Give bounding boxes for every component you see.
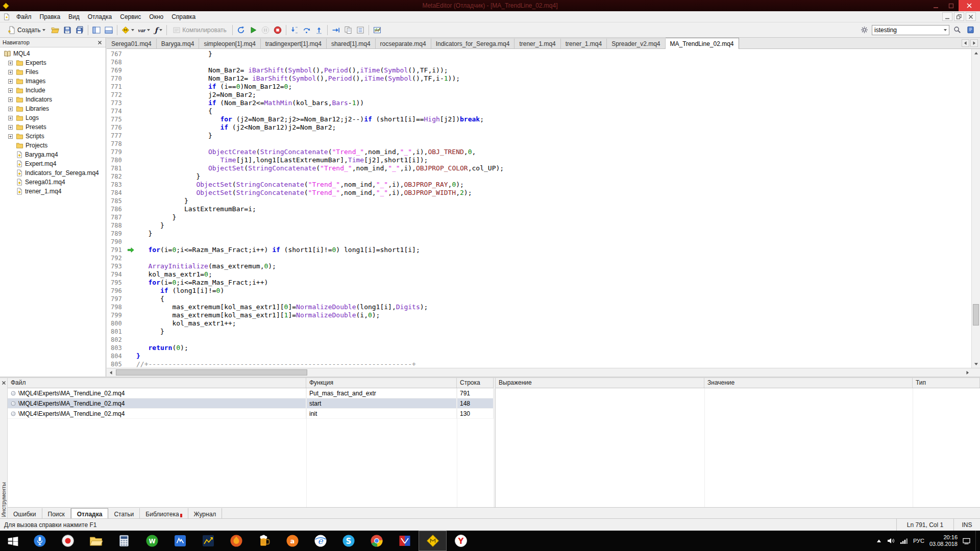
flame-app[interactable] — [222, 531, 250, 551]
voice-recorder-app[interactable] — [26, 531, 54, 551]
tree-item[interactable]: Projects — [0, 141, 106, 150]
metaeditor[interactable] — [419, 531, 447, 551]
tree-item[interactable]: +Libraries — [0, 104, 106, 113]
yandex-browser[interactable]: Y — [447, 531, 475, 551]
editor-tab[interactable]: MA_TrendLine_02.mq4 — [666, 38, 739, 49]
start-button[interactable] — [0, 531, 26, 551]
toolbox-close-button[interactable] — [2, 380, 6, 387]
step-out-button[interactable] — [313, 24, 325, 36]
navigator-close-button[interactable] — [96, 39, 103, 46]
tree-item[interactable]: Baryga.mq4 — [0, 150, 106, 159]
column-header[interactable]: Строка — [457, 378, 494, 388]
tree-item[interactable]: Indicators_for_Serega.mq4 — [0, 168, 106, 178]
column-header[interactable]: Значение — [704, 378, 913, 388]
record-app[interactable] — [54, 531, 82, 551]
mql-community-button[interactable] — [119, 24, 136, 36]
blue-app[interactable] — [166, 531, 194, 551]
scroll-left-button[interactable] — [107, 368, 115, 377]
menu-item[interactable]: Сервис — [116, 12, 145, 22]
insert-function-button[interactable]: ƒ — [152, 24, 164, 36]
tree-item[interactable]: +Logs — [0, 113, 106, 122]
search-input[interactable] — [874, 26, 942, 34]
tab-scroll-left-button[interactable] — [962, 39, 969, 47]
amigo-browser[interactable]: a — [278, 531, 306, 551]
tree-item[interactable]: MQL4 — [0, 49, 106, 58]
insert-variable-button[interactable]: var — [136, 24, 153, 36]
skype[interactable]: S — [334, 531, 362, 551]
clock[interactable]: 20:16 03.08.2018 — [929, 534, 958, 547]
search-button[interactable] — [951, 24, 963, 36]
tree-item[interactable]: +Presets — [0, 122, 106, 132]
vertical-scroll-thumb[interactable] — [973, 304, 979, 325]
step-over-button[interactable] — [301, 24, 313, 36]
search-dropdown-arrow-icon[interactable] — [944, 29, 947, 31]
tab-scroll-right-button[interactable] — [970, 39, 978, 47]
file-explorer[interactable] — [82, 531, 110, 551]
internet-explorer[interactable]: e — [306, 531, 334, 551]
expand-icon[interactable]: + — [8, 116, 13, 120]
copy-button[interactable] — [342, 24, 354, 36]
column-header[interactable]: Функция — [306, 378, 457, 388]
open-chart-button[interactable] — [371, 24, 383, 36]
horizontal-scrollbar[interactable] — [107, 368, 971, 377]
editor-tab[interactable]: tradingexpert[1].mq4 — [261, 38, 327, 48]
code-editor[interactable]: 767 }768769 Nom_Bar2= iBarShift(Symbol()… — [107, 49, 980, 368]
expand-icon[interactable]: + — [8, 134, 13, 139]
editor-tab[interactable]: Serega01.mq4 — [107, 38, 157, 48]
child-close-button[interactable] — [966, 12, 976, 21]
expand-icon[interactable]: + — [8, 107, 13, 111]
menu-item[interactable]: Правка — [36, 12, 65, 22]
editor-tab[interactable]: Spreader_v2.mq4 — [607, 38, 665, 48]
help-button[interactable] — [965, 24, 976, 36]
editor-tab[interactable]: simpleopen[1].mq4 — [199, 38, 260, 48]
green-app[interactable]: W — [138, 531, 166, 551]
horizontal-scroll-thumb[interactable] — [116, 369, 307, 375]
open-file-button[interactable] — [49, 24, 61, 36]
tree-item[interactable]: +Include — [0, 86, 106, 95]
beer-app[interactable] — [250, 531, 278, 551]
expand-icon[interactable]: + — [8, 97, 13, 102]
notification-icon[interactable] — [963, 538, 970, 544]
stop-debug-button[interactable] — [272, 24, 284, 36]
expand-icon[interactable]: + — [8, 79, 13, 84]
editor-tab[interactable]: Baryga.mq4 — [157, 38, 200, 48]
view-list-button[interactable] — [354, 24, 366, 36]
tree-item[interactable]: Expert.mq4 — [0, 159, 106, 168]
expand-icon[interactable]: + — [8, 125, 13, 130]
save-all-button[interactable] — [74, 24, 86, 36]
start-debug-button[interactable] — [247, 24, 259, 36]
menu-item[interactable]: Отладка — [84, 12, 116, 22]
child-minimize-button[interactable] — [942, 12, 952, 21]
hidden-icons-button[interactable] — [876, 538, 882, 543]
scroll-right-button[interactable] — [963, 368, 971, 377]
menu-item[interactable]: Справка — [167, 12, 200, 22]
editor-tab[interactable]: rocseparate.mq4 — [376, 38, 431, 48]
metatrader-terminal[interactable] — [194, 531, 222, 551]
close-button[interactable] — [959, 0, 980, 11]
call-stack-row[interactable]: \MQL4\Experts\MA_TrendLine_02.mq4init130 — [8, 409, 494, 419]
step-into-button[interactable] — [288, 24, 301, 36]
column-header[interactable]: Тип — [913, 378, 980, 388]
vertical-scrollbar[interactable] — [971, 49, 980, 368]
column-header[interactable]: Выражение — [496, 378, 704, 388]
menu-item[interactable]: Файл — [12, 12, 36, 22]
editor-tab[interactable]: trener_1.mq4 — [561, 38, 607, 48]
network-icon[interactable] — [900, 538, 908, 544]
call-stack-row[interactable]: \MQL4\Experts\MA_TrendLine_02.mq4start14… — [8, 398, 494, 409]
expand-icon[interactable]: + — [8, 61, 13, 65]
editor-tab[interactable]: trener_1.mq4 — [514, 38, 560, 48]
volume-icon[interactable] — [887, 538, 895, 544]
tree-item[interactable]: +Images — [0, 77, 106, 86]
maximize-button[interactable] — [943, 0, 959, 11]
scroll-down-button[interactable] — [972, 360, 980, 368]
tree-item[interactable]: +Indicators — [0, 95, 106, 104]
expand-icon[interactable]: + — [8, 88, 13, 93]
menu-item[interactable]: Окно — [145, 12, 167, 22]
tree-item[interactable]: +Files — [0, 67, 106, 77]
child-restore-button[interactable] — [954, 12, 964, 21]
expand-icon[interactable]: + — [8, 70, 13, 74]
trading-app[interactable] — [390, 531, 419, 551]
new-file-button[interactable]: Создать — [4, 24, 49, 36]
editor-tab[interactable]: shared[1].mq4 — [327, 38, 376, 48]
scroll-up-button[interactable] — [972, 49, 980, 57]
